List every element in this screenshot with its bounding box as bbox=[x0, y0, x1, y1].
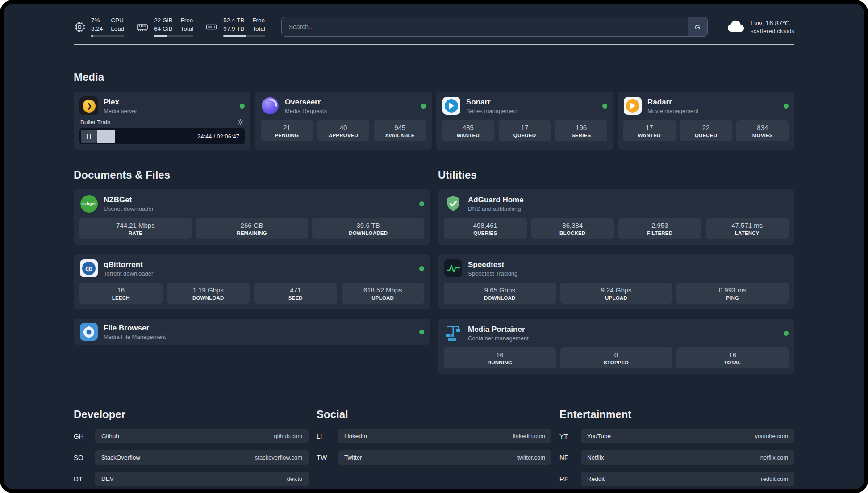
service-card-nzbget[interactable]: nzbget NZBGet Usenet downloader 744.21 M… bbox=[74, 189, 430, 245]
service-card-overseerr[interactable]: Overseerr Media Requests 21 PENDING 40 A… bbox=[255, 92, 432, 150]
cpu-usage-value: 7% bbox=[91, 17, 103, 25]
bookmark-link-twitter[interactable]: Twitter twitter.com bbox=[338, 450, 551, 465]
nzbget-icon: nzbget bbox=[79, 194, 98, 213]
section-title-developer: Developer bbox=[74, 408, 309, 421]
service-card-plex[interactable]: ❯ Plex Media server Bullet Train bbox=[74, 92, 250, 150]
section-media: Media ❯ Plex Media server Bullet Train bbox=[74, 71, 794, 150]
memory-icon bbox=[136, 21, 149, 33]
memory-total-label: Total bbox=[181, 25, 194, 33]
disk-progress-bar bbox=[223, 35, 265, 37]
stat-download: 1.19 Gbps DOWNLOAD bbox=[167, 283, 250, 304]
section-title-entertainment: Entertainment bbox=[559, 408, 794, 421]
stat-filtered: 2,953 FILTERED bbox=[618, 218, 701, 239]
cpu-progress-bar bbox=[91, 35, 124, 37]
stat-downloaded: 39.6 TB DOWNLOADED bbox=[312, 218, 424, 239]
disk-icon bbox=[205, 21, 218, 33]
playback-track[interactable] bbox=[97, 130, 193, 143]
resource-widgets: 7% 3.24 CPU Load bbox=[74, 17, 265, 37]
stat-latency: 47.571 ms LATENCY bbox=[706, 218, 789, 239]
service-card-sonarr[interactable]: Sonarr Series management 485 WANTED 17 Q… bbox=[436, 92, 613, 150]
stat-running: 16 RUNNING bbox=[444, 347, 556, 368]
disk-total-label: Total bbox=[252, 25, 265, 33]
search-provider-button[interactable]: G bbox=[688, 17, 707, 36]
memory-free-label: Free bbox=[181, 17, 194, 25]
bookmark-link-stackoverflow[interactable]: StackOverflow stackoverflow.com bbox=[95, 450, 309, 465]
weather-widget: Lviv, 16.87°C scattered clouds bbox=[726, 19, 794, 34]
stat-available: 945 AVAILABLE bbox=[374, 120, 426, 141]
weather-condition: scattered clouds bbox=[751, 28, 794, 34]
portainer-icon bbox=[444, 324, 463, 343]
service-card-portainer[interactable]: Media Portainer Container management 16 … bbox=[438, 319, 794, 374]
bookmark-link-linkedin[interactable]: LinkedIn linkedin.com bbox=[338, 429, 551, 443]
weather-location: Lviv, 16.87°C bbox=[751, 19, 794, 27]
bookmark-abbr: GH bbox=[74, 432, 88, 440]
service-name: Radarr bbox=[647, 98, 698, 107]
stat-download: 9.65 Gbps DOWNLOAD bbox=[444, 283, 556, 304]
stat-approved: 40 APPROVED bbox=[317, 120, 370, 141]
stat-ping: 0.993 ms PING bbox=[676, 283, 789, 304]
service-subtitle: DNS and adblocking bbox=[468, 205, 524, 212]
playback-time: 24:44 / 02:06:47 bbox=[197, 133, 239, 140]
status-dot bbox=[240, 104, 245, 109]
service-card-speedtest[interactable]: Speedtest Speedtest Tracking 9.65 Gbps D… bbox=[438, 254, 794, 309]
gear-icon[interactable] bbox=[237, 119, 244, 125]
qbittorrent-icon: qb bbox=[79, 259, 98, 278]
service-card-adguard[interactable]: AdGuard Home DNS and adblocking 498,461 … bbox=[438, 189, 794, 245]
bookmark-link-youtube[interactable]: YouTube youtube.com bbox=[581, 429, 794, 443]
stat-total: 16 TOTAL bbox=[676, 347, 789, 368]
bookmark-link-dev[interactable]: DEV dev.to bbox=[95, 472, 309, 486]
now-playing-title: Bullet Train bbox=[80, 119, 111, 125]
status-dot bbox=[784, 331, 789, 336]
service-subtitle: Speedtest Tracking bbox=[468, 270, 517, 277]
stat-leech: 16 LEECH bbox=[79, 283, 163, 304]
bookmark-abbr: LI bbox=[317, 432, 331, 440]
bookmark-abbr: RE bbox=[559, 475, 574, 483]
stat-wanted: 485 WANTED bbox=[442, 120, 494, 141]
pause-button[interactable] bbox=[81, 130, 97, 143]
bookmark-link-reddit[interactable]: Reddit reddit.com bbox=[581, 472, 794, 486]
service-subtitle: Usenet downloader bbox=[104, 205, 154, 212]
bookmark-abbr: NF bbox=[559, 454, 574, 461]
memory-total-value: 64 GiB bbox=[154, 25, 172, 33]
bookmark-row: DT DEV dev.to bbox=[74, 472, 309, 486]
topbar: 7% 3.24 CPU Load bbox=[74, 17, 794, 37]
memory-free-value: 22 GiB bbox=[154, 17, 172, 25]
section-title-social: Social bbox=[317, 408, 551, 421]
status-dot bbox=[784, 104, 789, 109]
overseerr-icon bbox=[261, 96, 280, 115]
search-bar: G bbox=[281, 17, 708, 37]
service-name: AdGuard Home bbox=[468, 196, 524, 205]
service-name: Overseerr bbox=[285, 98, 327, 107]
bookmark-link-github[interactable]: Github github.com bbox=[95, 429, 309, 443]
disk-free-value: 52.4 TB bbox=[223, 17, 244, 25]
search-input[interactable] bbox=[282, 17, 688, 36]
bookmark-link-netflix[interactable]: Netflix netflix.com bbox=[581, 450, 794, 465]
plex-icon: ❯ bbox=[79, 96, 98, 115]
stat-queued: 17 QUEUED bbox=[499, 120, 551, 141]
svg-text:qb: qb bbox=[85, 265, 92, 272]
service-name: Sonarr bbox=[466, 98, 518, 107]
playback-progress-fill bbox=[97, 130, 115, 143]
status-dot bbox=[419, 201, 424, 206]
radarr-icon bbox=[623, 96, 642, 115]
bookmark-row: NF Netflix netflix.com bbox=[559, 450, 794, 465]
service-card-filebrowser[interactable]: File Browser Media File Management bbox=[74, 319, 430, 345]
cpu-widget: 7% 3.24 CPU Load bbox=[74, 17, 124, 37]
window-frame: 7% 3.24 CPU Load bbox=[0, 0, 868, 493]
status-dot bbox=[419, 330, 424, 334]
disk-total-value: 97.9 TB bbox=[223, 25, 244, 33]
service-subtitle: Movie management bbox=[647, 108, 698, 114]
service-card-qbittorrent[interactable]: qb qBittorrent Torrent downloader 16 LEE… bbox=[74, 254, 430, 309]
plex-progress-bar[interactable]: 24:44 / 02:06:47 bbox=[79, 128, 245, 144]
service-subtitle: Container management bbox=[468, 335, 529, 342]
section-title-documents: Documents & Files bbox=[74, 169, 430, 181]
section-title-media: Media bbox=[74, 71, 794, 84]
cpu-load-label: Load bbox=[111, 25, 124, 33]
service-subtitle: Media Requests bbox=[285, 108, 327, 114]
stat-upload: 618.52 Mbps UPLOAD bbox=[342, 283, 425, 304]
bookmark-row: RE Reddit reddit.com bbox=[559, 472, 794, 486]
stat-queued: 22 QUEUED bbox=[680, 120, 732, 141]
service-card-radarr[interactable]: Radarr Movie management 17 WANTED 22 QUE… bbox=[618, 92, 794, 150]
bookmark-abbr: DT bbox=[74, 475, 88, 483]
section-documents: Documents & Files nzbget NZBGet Usenet d… bbox=[74, 169, 430, 345]
